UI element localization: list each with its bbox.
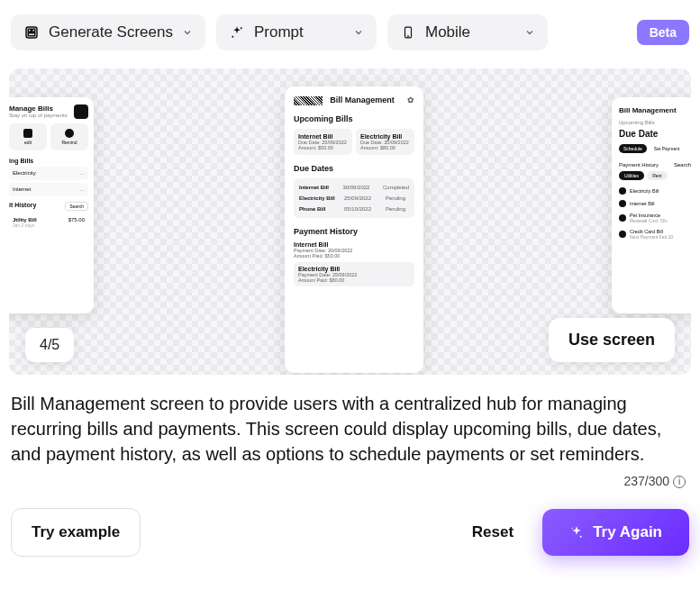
section-header: Payment HistorySearch [619,162,691,168]
bill-card: Electricity Bill Due Date: 30/09/2022 Am… [356,129,414,155]
screens-icon [23,24,40,41]
screen-preview-5[interactable]: Bill Management Upcoming Bills Due Date … [612,97,691,313]
payment-item: Internet Bill Payment Date: 20/09/2022 A… [294,241,414,259]
list-item: Internet⋯ [9,183,88,196]
char-count: 237/300i [0,474,700,488]
chevron-down-icon [524,27,535,38]
dropdown-label: Mobile [425,23,470,41]
svg-point-4 [241,27,242,29]
prompt-dropdown[interactable]: Prompt [216,14,377,50]
use-screen-button[interactable]: Use screen [549,318,675,362]
section-label: it HistorySearch [9,202,88,211]
generate-screens-dropdown[interactable]: Generate Screens [11,14,205,50]
chip: Schedule [619,144,647,153]
sparkle-icon [229,24,245,41]
svg-point-8 [580,536,582,538]
section-heading: Payment History [294,227,414,236]
reset-button[interactable]: Reset [454,509,532,556]
filter-chip: Rent [647,171,668,180]
beta-badge: Beta [637,20,689,45]
logo-icon [294,96,323,105]
tab-remind: Remind [50,123,88,150]
svg-rect-1 [28,29,31,32]
info-icon[interactable]: i [673,476,686,488]
chevron-down-icon [353,27,364,38]
chevron-down-icon [182,27,193,38]
tab-edit: edit [9,123,47,150]
list-item: Pet InsuranceRenewal Cost: 50+ [619,213,691,223]
screen-preview-3[interactable]: Manage Bills Stay on top of payments edi… [9,97,94,313]
carousel-counter: 4/5 [25,328,74,362]
gear-icon: ✿ [407,95,414,104]
section-label: ing Bills [9,158,88,164]
card-title: Bill Management [330,95,395,104]
svg-point-9 [572,528,573,529]
svg-point-5 [232,36,233,38]
chip: Set Payment [650,144,685,153]
section-heading: Due Dates [294,164,414,173]
due-dates-table: Internet Bill30/09/2022Completed Electri… [294,178,414,218]
section-heading: Upcoming Bills [294,114,414,123]
payment-item: Electricity Bill Payment Date: 25/09/202… [294,262,414,286]
svg-rect-2 [32,29,35,32]
avatar [74,104,88,119]
sparkle-icon [569,525,584,540]
device-dropdown[interactable]: Mobile [387,14,548,50]
heading: Due Date [619,129,691,139]
bill-card: Internet Bill Due Date: 25/09/2022 Amoun… [294,129,352,155]
screen-preview-4[interactable]: Bill Management ✿ Upcoming Bills Interne… [285,86,423,373]
try-example-button[interactable]: Try example [11,508,141,557]
description-text[interactable]: Bill Management screen to provide users … [0,375,700,474]
filter-chip: Utilities [619,171,644,180]
list-item: Internet Bill [619,200,691,207]
dropdown-label: Generate Screens [49,23,173,41]
label: Upcoming Bills [619,120,691,125]
mobile-icon [400,24,416,41]
list-item: Electricity Bill [619,187,691,195]
try-again-button[interactable]: Try Again [542,509,689,556]
button-label: Try Again [593,523,662,541]
dropdown-label: Prompt [254,23,304,41]
card-title: Bill Management [619,106,691,114]
list-item: Credit Card BillNext Payment Feb 20 [619,229,691,240]
list-item: Electricity⋯ [9,167,88,180]
list-item: Jtility BillJan 2 days $75.00 [9,213,88,231]
svg-rect-3 [28,33,35,36]
screens-carousel[interactable]: Manage Bills Stay on top of payments edi… [9,68,691,375]
